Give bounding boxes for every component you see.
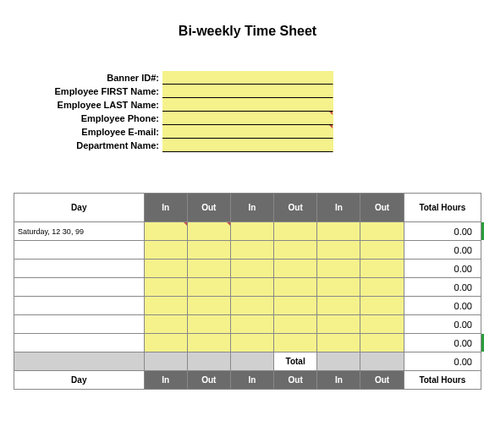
in-cell[interactable] bbox=[144, 260, 187, 278]
in-cell[interactable] bbox=[230, 260, 273, 278]
day-cell[interactable] bbox=[14, 315, 145, 334]
out-cell[interactable] bbox=[360, 241, 404, 260]
out-cell[interactable] bbox=[274, 315, 317, 334]
out-cell[interactable] bbox=[274, 241, 317, 260]
col-out-3: Out bbox=[360, 194, 404, 222]
out-cell[interactable] bbox=[274, 297, 317, 315]
col-in-2: In bbox=[230, 194, 273, 222]
in-cell[interactable] bbox=[144, 297, 187, 315]
edge-marker-icon bbox=[481, 334, 484, 352]
out-cell[interactable] bbox=[360, 278, 404, 297]
total-cell: 0.00 bbox=[404, 297, 481, 315]
in-cell[interactable] bbox=[317, 222, 360, 241]
out-cell[interactable] bbox=[187, 334, 230, 352]
out-cell[interactable] bbox=[187, 241, 230, 260]
col-out-2: Out bbox=[274, 194, 317, 222]
out-cell[interactable] bbox=[187, 222, 230, 241]
day-cell[interactable]: Saturday, 12 30, 99 bbox=[14, 222, 145, 241]
employee-info-block: Banner ID#: Employee FIRST Name: Employe… bbox=[15, 71, 495, 152]
total-cell: 0.00 bbox=[404, 315, 481, 334]
table-row: 0.00 bbox=[14, 297, 481, 315]
email-input[interactable] bbox=[162, 125, 333, 139]
col-in-3: In bbox=[317, 194, 360, 222]
day-cell[interactable] bbox=[14, 334, 145, 352]
in-cell[interactable] bbox=[144, 278, 187, 297]
out-cell[interactable] bbox=[360, 260, 404, 278]
total-spacer bbox=[230, 352, 273, 371]
out-cell[interactable] bbox=[187, 315, 230, 334]
banner-id-input[interactable] bbox=[162, 71, 333, 85]
table-row: 0.00 bbox=[14, 315, 481, 334]
in-cell[interactable] bbox=[230, 222, 273, 241]
comment-marker-icon bbox=[329, 112, 333, 115]
in-cell[interactable] bbox=[230, 241, 273, 260]
phone-input[interactable] bbox=[162, 112, 333, 125]
out-cell[interactable] bbox=[274, 260, 317, 278]
total-label: Total bbox=[274, 352, 317, 371]
out-cell[interactable] bbox=[360, 334, 404, 352]
in-cell[interactable] bbox=[144, 315, 187, 334]
col-out-1: Out bbox=[187, 194, 230, 222]
first-name-label: Employee FIRST Name: bbox=[15, 85, 162, 98]
timesheet-table: Day In Out In Out In Out Total Hours Sat… bbox=[14, 193, 481, 390]
in-cell[interactable] bbox=[230, 315, 273, 334]
total-spacer bbox=[360, 352, 404, 371]
out-cell[interactable] bbox=[274, 334, 317, 352]
grand-total-cell: 0.00 bbox=[404, 352, 481, 371]
in-cell[interactable] bbox=[317, 260, 360, 278]
col-in-3: In bbox=[317, 371, 360, 390]
total-cell: 0.00 bbox=[404, 222, 481, 241]
email-label: Employee E-mail: bbox=[15, 125, 162, 139]
table-row: 0.00 bbox=[14, 334, 481, 352]
in-cell[interactable] bbox=[230, 278, 273, 297]
day-cell[interactable] bbox=[14, 260, 145, 278]
total-spacer bbox=[14, 352, 145, 371]
dept-label: Department Name: bbox=[15, 139, 162, 152]
col-total: Total Hours bbox=[404, 194, 481, 222]
table-row: 0.00 bbox=[14, 241, 481, 260]
header-row-bottom: Day In Out In Out In Out Total Hours bbox=[14, 371, 481, 390]
total-spacer bbox=[144, 352, 187, 371]
phone-label: Employee Phone: bbox=[15, 112, 162, 125]
col-total: Total Hours bbox=[404, 371, 481, 390]
col-out-2: Out bbox=[274, 371, 317, 390]
total-cell: 0.00 bbox=[404, 260, 481, 278]
out-cell[interactable] bbox=[274, 222, 317, 241]
last-name-input[interactable] bbox=[162, 98, 333, 112]
in-cell[interactable] bbox=[144, 241, 187, 260]
in-cell[interactable] bbox=[230, 297, 273, 315]
out-cell[interactable] bbox=[360, 297, 404, 315]
out-cell[interactable] bbox=[274, 278, 317, 297]
in-cell[interactable] bbox=[144, 222, 187, 241]
comment-marker-icon bbox=[184, 222, 187, 226]
first-name-input[interactable] bbox=[162, 85, 333, 98]
in-cell[interactable] bbox=[317, 334, 360, 352]
total-row: Total 0.00 bbox=[14, 352, 481, 371]
in-cell[interactable] bbox=[317, 278, 360, 297]
table-row: 0.00 bbox=[14, 260, 481, 278]
out-cell[interactable] bbox=[187, 278, 230, 297]
comment-marker-icon bbox=[227, 222, 230, 226]
day-cell[interactable] bbox=[14, 241, 145, 260]
col-day: Day bbox=[14, 371, 145, 390]
col-in-1: In bbox=[144, 194, 187, 222]
timesheet-table-wrap: Day In Out In Out In Out Total Hours Sat… bbox=[14, 193, 481, 390]
in-cell[interactable] bbox=[317, 297, 360, 315]
day-cell[interactable] bbox=[14, 297, 145, 315]
out-cell[interactable] bbox=[187, 297, 230, 315]
total-spacer bbox=[187, 352, 230, 371]
total-cell: 0.00 bbox=[404, 278, 481, 297]
page-title: Bi-weekly Time Sheet bbox=[0, 0, 495, 54]
col-out-3: Out bbox=[360, 371, 404, 390]
in-cell[interactable] bbox=[317, 315, 360, 334]
out-cell[interactable] bbox=[360, 222, 404, 241]
out-cell[interactable] bbox=[187, 260, 230, 278]
in-cell[interactable] bbox=[230, 334, 273, 352]
comment-marker-icon bbox=[329, 125, 333, 128]
in-cell[interactable] bbox=[144, 334, 187, 352]
dept-input[interactable] bbox=[162, 139, 333, 152]
last-name-label: Employee LAST Name: bbox=[15, 98, 162, 112]
day-cell[interactable] bbox=[14, 278, 145, 297]
out-cell[interactable] bbox=[360, 315, 404, 334]
in-cell[interactable] bbox=[317, 241, 360, 260]
